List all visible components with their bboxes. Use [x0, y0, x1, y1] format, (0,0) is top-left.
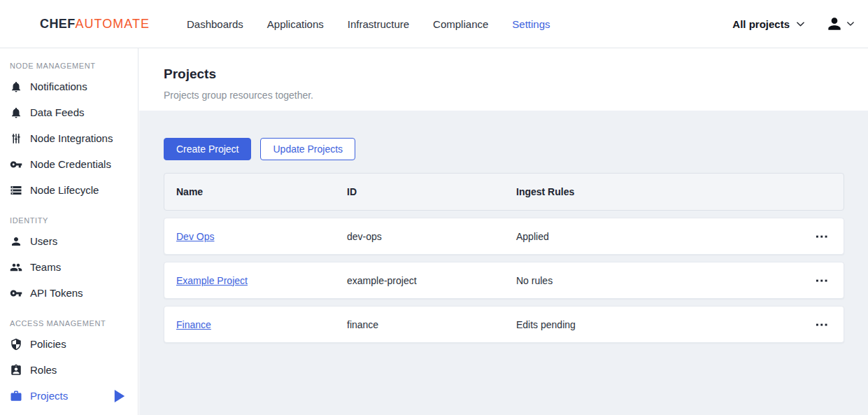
- sidebar-item-teams[interactable]: Teams: [0, 254, 138, 280]
- main-content: Projects Projects group resources togeth…: [139, 48, 868, 415]
- sidebar-item-projects[interactable]: Projects: [0, 383, 138, 409]
- nav-dashboards[interactable]: Dashboards: [187, 18, 243, 30]
- shield-icon: [10, 338, 22, 351]
- more-horiz-icon: [816, 323, 829, 326]
- project-link[interactable]: Finance: [176, 319, 211, 330]
- create-project-button[interactable]: Create Project: [164, 138, 251, 160]
- nav-infrastructure[interactable]: Infrastructure: [348, 18, 409, 30]
- table-row: Dev Ops dev-ops Applied: [164, 218, 844, 255]
- update-projects-button[interactable]: Update Projects: [260, 138, 355, 160]
- chevron-down-icon: [797, 22, 804, 27]
- project-link[interactable]: Example Project: [176, 275, 248, 286]
- column-header-id: ID: [335, 186, 504, 197]
- row-menu-button[interactable]: [812, 274, 833, 288]
- sidebar-heading-node-management: NODE MANAGEMENT: [10, 61, 138, 71]
- bell-icon: [10, 106, 22, 119]
- nav-settings[interactable]: Settings: [512, 18, 550, 30]
- sidebar-item-label: Node Integrations: [30, 132, 113, 144]
- ingest-rules-status: Edits pending: [504, 319, 802, 330]
- sidebar-item-node-lifecycle[interactable]: Node Lifecycle: [0, 177, 138, 203]
- actions-row: Create Project Update Projects: [164, 138, 844, 160]
- more-horiz-icon: [816, 235, 829, 238]
- briefcase-icon: [10, 390, 22, 402]
- logo-automate-text: AUTOMATE: [76, 17, 150, 31]
- ingest-rules-status: Applied: [504, 231, 802, 242]
- sidebar-item-users[interactable]: Users: [0, 228, 138, 254]
- bell-icon: [10, 80, 22, 93]
- sidebar-item-label: Roles: [30, 364, 57, 376]
- badge-icon: [10, 364, 22, 377]
- sidebar-item-label: Projects: [30, 390, 68, 402]
- project-id: dev-ops: [335, 231, 504, 242]
- primary-nav: Dashboards Applications Infrastructure C…: [187, 18, 550, 30]
- sidebar-item-label: Teams: [30, 261, 61, 273]
- sidebar-item-node-integrations[interactable]: Node Integrations: [0, 125, 138, 151]
- table-header-row: Name ID Ingest Rules: [164, 173, 844, 211]
- projects-table: Name ID Ingest Rules Dev Ops dev-ops App…: [164, 173, 844, 343]
- sidebar-item-label: Node Lifecycle: [30, 184, 99, 196]
- sidebar-item-roles[interactable]: Roles: [0, 357, 138, 383]
- projects-filter-dropdown[interactable]: All projects: [732, 18, 804, 30]
- topbar-right-group: All projects: [732, 15, 854, 33]
- sidebar-item-notifications[interactable]: Notifications: [0, 73, 138, 99]
- sidebar-item-data-feeds[interactable]: Data Feeds: [0, 99, 138, 125]
- sidebar-item-label: Data Feeds: [30, 106, 85, 118]
- more-horiz-icon: [816, 279, 829, 282]
- top-navigation-bar: CHEFAUTOMATE Dashboards Applications Inf…: [0, 0, 868, 48]
- chevron-down-icon: [847, 22, 854, 26]
- sidebar-item-node-credentials[interactable]: Node Credentials: [0, 151, 138, 177]
- person-icon: [10, 235, 22, 248]
- settings-sidebar: NODE MANAGEMENT Notifications Data Feeds…: [0, 48, 138, 415]
- key-icon: [10, 287, 22, 300]
- row-menu-button[interactable]: [812, 230, 833, 244]
- sidebar-heading-identity: IDENTITY: [10, 216, 138, 226]
- projects-panel: Create Project Update Projects Name ID I…: [139, 111, 868, 343]
- table-row: Finance finance Edits pending: [164, 306, 844, 343]
- storage-icon: [10, 184, 22, 197]
- column-header-ingest-rules: Ingest Rules: [504, 186, 802, 197]
- page-title: Projects: [164, 48, 868, 82]
- logo-chef-text: CHEF: [40, 17, 76, 31]
- sidebar-item-policies[interactable]: Policies: [0, 331, 138, 357]
- key-icon: [10, 158, 22, 171]
- projects-filter-label: All projects: [732, 18, 790, 30]
- user-menu[interactable]: [825, 15, 854, 33]
- page-header: Projects Projects group resources togeth…: [139, 48, 868, 111]
- sidebar-item-api-tokens[interactable]: API Tokens: [0, 280, 138, 306]
- project-id: finance: [335, 319, 504, 330]
- sliders-icon: [10, 132, 22, 145]
- sidebar-item-label: API Tokens: [30, 287, 83, 299]
- sidebar-heading-access-management: ACCESS MANAGEMENT: [10, 318, 138, 329]
- page-subtitle: Projects group resources together.: [164, 90, 868, 101]
- project-id: example-project: [335, 275, 504, 286]
- user-avatar-icon: [825, 15, 844, 33]
- expand-arrow-icon[interactable]: [113, 390, 126, 402]
- nav-compliance[interactable]: Compliance: [433, 18, 488, 30]
- table-row: Example Project example-project No rules: [164, 262, 844, 299]
- people-icon: [10, 261, 22, 274]
- project-link[interactable]: Dev Ops: [176, 231, 214, 242]
- sidebar-item-label: Notifications: [30, 80, 87, 92]
- ingest-rules-status: No rules: [504, 275, 802, 286]
- sidebar-item-label: Users: [30, 235, 57, 247]
- chef-automate-logo[interactable]: CHEFAUTOMATE: [40, 17, 150, 31]
- row-menu-button[interactable]: [812, 318, 833, 332]
- nav-applications[interactable]: Applications: [267, 18, 324, 30]
- column-header-name: Name: [164, 186, 335, 197]
- sidebar-item-label: Policies: [30, 338, 66, 350]
- sidebar-item-label: Node Credentials: [30, 158, 111, 170]
